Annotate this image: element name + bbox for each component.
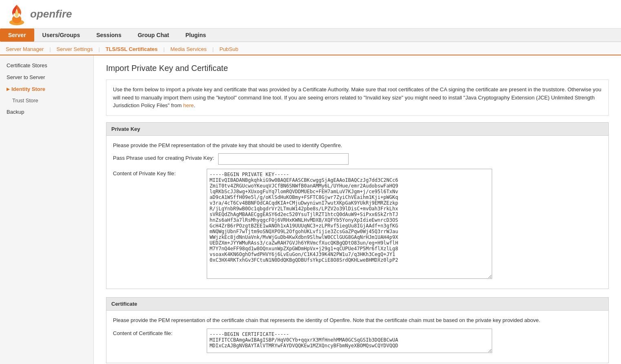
private-key-title: Private Key [106,123,608,136]
subnav-server-manager[interactable]: Server Manager [0,44,49,55]
content: Import Private Key and Certificate Use t… [94,55,621,364]
sidebar-item-backup[interactable]: Backup [0,106,93,118]
certificate-textarea[interactable]: -----BEGIN CERTIFICATE----- MIIFITCCBAmg… [207,329,492,353]
private-key-content: Please provide the PEM representation of… [106,136,608,289]
nav-sessions[interactable]: Sessions [88,29,129,42]
private-key-content-label: Content of Private Key file: [113,169,203,176]
main-layout: Certificate Stores Server to Server ▶ Id… [0,55,621,364]
sidebar-item-server-to-server[interactable]: Server to Server [0,71,93,83]
passphrase-label: Pass Phrase used for creating Private Ke… [113,153,214,161]
subnav-tls-ssl[interactable]: TLS/SSL Certificates [100,44,164,55]
private-key-section: Private Key Please provide the PEM repre… [106,122,609,289]
subnav-pubsub[interactable]: PubSub [214,44,244,55]
nav-group-chat[interactable]: Group Chat [130,29,177,42]
certificate-section: Certificate Please provide the PEM repre… [106,297,609,363]
secondary-nav: Server Manager | Server Settings | TLS/S… [0,42,621,55]
certificate-title: Certificate [106,298,608,311]
sidebar-item-identity-store[interactable]: ▶ Identity Store [0,83,93,95]
subnav-server-settings[interactable]: Server Settings [51,44,99,55]
logo-text: openfire [30,8,72,20]
certificate-content-row: Content of Certificate file: -----BEGIN … [113,329,602,353]
private-key-content-row: Content of Private Key file: -----BEGIN … [113,169,602,279]
sidebar: Certificate Stores Server to Server ▶ Id… [0,55,94,364]
info-box: Use the form below to import a private k… [106,79,609,116]
certificate-description: Please provide the PEM representation of… [113,316,602,324]
info-period: . [194,102,195,108]
private-key-description: Please provide the PEM representation of… [113,141,602,150]
nav-users-groups[interactable]: Users/Groups [34,29,88,42]
info-link[interactable]: here [183,102,194,108]
header: openfire [0,0,621,29]
sidebar-item-certificate-stores[interactable]: Certificate Stores [0,60,93,71]
nav-plugins[interactable]: Plugins [177,29,214,42]
certificate-content: Please provide the PEM representation of… [106,311,608,363]
passphrase-input[interactable] [218,153,349,165]
logo-area: openfire [7,3,72,25]
primary-nav: Server Users/Groups Sessions Group Chat … [0,29,621,42]
subnav-media-services[interactable]: Media Services [165,44,212,55]
sidebar-item-trust-store[interactable]: Trust Store [0,95,93,106]
certificate-content-label: Content of Certificate file: [113,329,203,336]
nav-server[interactable]: Server [0,29,34,42]
arrow-icon: ▶ [7,87,10,91]
page-title: Import Private Key and Certificate [106,64,609,73]
private-key-textarea[interactable]: -----BEGIN PRIVATE KEY----- MIIEvQIBADAN… [207,169,492,279]
openfire-logo-icon [7,3,27,25]
passphrase-row: Pass Phrase used for creating Private Ke… [113,153,602,165]
